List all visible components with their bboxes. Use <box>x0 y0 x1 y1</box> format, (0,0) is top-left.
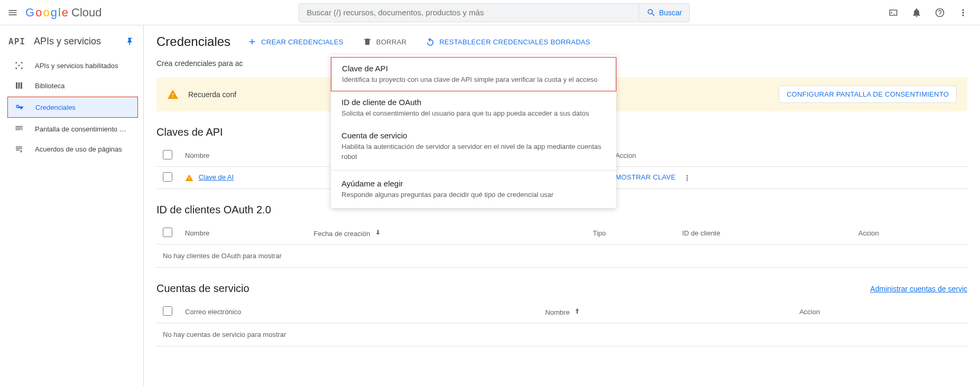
delete-label: BORRAR <box>376 38 406 46</box>
select-all-service[interactable] <box>163 306 172 316</box>
col-email[interactable]: Correo electrónico <box>179 301 539 323</box>
row-more-icon[interactable] <box>683 174 691 182</box>
manage-service-accounts-link[interactable]: Administrar cuentas de servic <box>870 285 967 293</box>
notifications-icon[interactable] <box>910 6 923 19</box>
consent-icon <box>14 124 24 134</box>
cloud-shell-icon[interactable] <box>887 6 900 19</box>
dd-desc: Habilita la autenticación de servidor a … <box>341 142 606 161</box>
sidebar-item-agreements[interactable]: Acuerdos de uso de páginas <box>0 139 143 159</box>
col-type[interactable]: Tipo <box>586 222 676 244</box>
sidebar-item-credentials[interactable]: Credenciales <box>7 97 138 118</box>
page-title: Credenciales <box>156 34 230 49</box>
logo[interactable]: Google Cloud <box>25 6 102 20</box>
more-icon[interactable] <box>957 6 969 19</box>
svg-point-2 <box>15 68 17 69</box>
dropdown-item-service-account[interactable]: Cuenta de servicio Habilita la autentica… <box>331 125 616 167</box>
dropdown-separator <box>331 170 616 171</box>
col-name[interactable]: Nombre <box>539 301 793 323</box>
restore-label: RESTABLECER CREDENCIALES BORRADAS <box>439 38 590 46</box>
dropdown-item-help-choose[interactable]: Ayúdame a elegir Responde algunas pregun… <box>331 173 616 206</box>
col-name[interactable]: Nombre <box>179 222 307 244</box>
menu-icon[interactable] <box>6 6 19 19</box>
library-icon <box>14 81 24 90</box>
sidebar-item-label: Pantalla de consentimiento … <box>35 125 126 133</box>
help-icon[interactable] <box>933 6 946 19</box>
select-all-apikeys[interactable] <box>163 150 172 159</box>
warning-icon <box>167 89 179 100</box>
dropdown-item-api-key[interactable]: Clave de API Identifica tu proyecto con … <box>331 57 616 91</box>
arrow-up-icon <box>574 308 581 316</box>
dd-desc: Responde algunas preguntas para decidir … <box>341 190 606 200</box>
select-all-oauth[interactable] <box>163 228 172 237</box>
svg-point-3 <box>21 68 23 69</box>
service-heading: Cuentas de servicio <box>156 283 249 295</box>
arrow-down-icon <box>374 230 382 238</box>
oauth-table: Nombre Fecha de creación Tipo ID de clie… <box>156 222 967 268</box>
dd-desc: Solicita el consentimiento del usuario p… <box>341 109 606 118</box>
service-table: Correo electrónico Nombre Accion No hay … <box>156 301 967 346</box>
dd-desc: Identifica tu proyecto con una clave de … <box>342 75 605 84</box>
delete-button[interactable]: BORRAR <box>360 34 409 50</box>
sidebar: API APIs y servicios APIs y servicios ha… <box>0 25 144 386</box>
search-button[interactable]: Buscar <box>639 4 690 22</box>
top-bar: Google Cloud Buscar <box>0 0 980 25</box>
col-actions: Accion <box>609 145 967 167</box>
empty-message: No hay clientes de OAuth para mostrar <box>156 244 967 268</box>
api-icon: API <box>8 36 25 46</box>
dd-title: Clave de API <box>342 64 605 73</box>
dd-title: Ayúdame a elegir <box>341 179 606 188</box>
logo-cloud: Cloud <box>71 6 101 20</box>
dd-title: Cuenta de servicio <box>341 131 606 140</box>
svg-point-0 <box>15 62 17 63</box>
search-box: Buscar <box>299 3 690 22</box>
sidebar-title: APIs y servicios <box>34 36 117 47</box>
sidebar-item-label: Biblioteca <box>35 82 64 90</box>
agreements-icon <box>14 144 24 154</box>
top-icons <box>887 6 974 19</box>
col-created[interactable]: Fecha de creación <box>307 222 586 244</box>
row-checkbox[interactable] <box>163 172 172 182</box>
empty-row: No hay clientes de OAuth para mostrar <box>156 244 967 268</box>
col-actions: Accion <box>793 301 967 323</box>
configure-consent-button[interactable]: CONFIGURAR PANTALLA DE CONSENTIMIENTO <box>779 86 957 103</box>
main-content: Credenciales CREAR CREDENCIALES Clave de… <box>144 25 980 386</box>
sidebar-item-consent[interactable]: Pantalla de consentimiento … <box>0 119 143 139</box>
sidebar-item-label: APIs y servicios habilitados <box>35 62 118 70</box>
dd-title: ID de cliente de OAuth <box>341 98 606 107</box>
sidebar-item-enabled[interactable]: APIs y servicios habilitados <box>0 55 143 76</box>
enabled-apis-icon <box>14 61 24 70</box>
create-credentials-dropdown: Clave de API Identifica tu proyecto con … <box>331 55 616 208</box>
col-client-id[interactable]: ID de cliente <box>676 222 852 244</box>
create-credentials-label: CREAR CREDENCIALES <box>261 38 344 46</box>
empty-row: No hay cuentas de servicio para mostrar <box>156 323 967 346</box>
show-key-button[interactable]: MOSTRAR CLAVE <box>615 173 676 181</box>
sidebar-item-label: Credenciales <box>35 103 76 111</box>
restore-button[interactable]: RESTABLECER CREDENCIALES BORRADAS <box>423 34 593 50</box>
sidebar-item-label: Acuerdos de uso de páginas <box>35 145 122 153</box>
col-actions: Accion <box>852 222 967 244</box>
dropdown-item-oauth[interactable]: ID de cliente de OAuth Solicita el conse… <box>331 91 616 125</box>
svg-point-1 <box>21 62 23 63</box>
sidebar-item-library[interactable]: Biblioteca <box>0 76 143 96</box>
empty-message: No hay cuentas de servicio para mostrar <box>156 323 967 346</box>
key-icon <box>14 102 25 112</box>
search-input[interactable] <box>299 8 638 17</box>
svg-point-4 <box>19 65 20 67</box>
warning-icon <box>185 174 193 182</box>
apikey-name-link[interactable]: Clave de AI <box>199 173 234 181</box>
search-button-label: Buscar <box>659 8 682 17</box>
pin-icon[interactable] <box>125 37 135 46</box>
create-credentials-button[interactable]: CREAR CREDENCIALES <box>245 34 346 50</box>
